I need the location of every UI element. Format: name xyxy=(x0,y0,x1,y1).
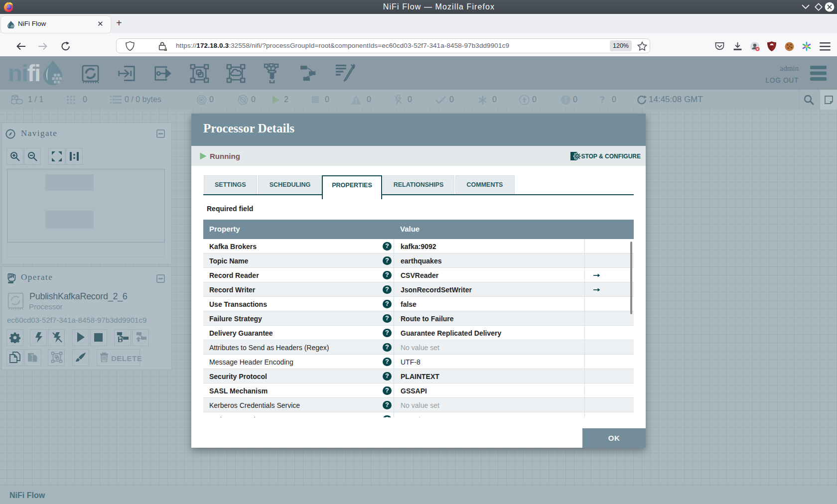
svg-text:!: ! xyxy=(165,48,166,51)
